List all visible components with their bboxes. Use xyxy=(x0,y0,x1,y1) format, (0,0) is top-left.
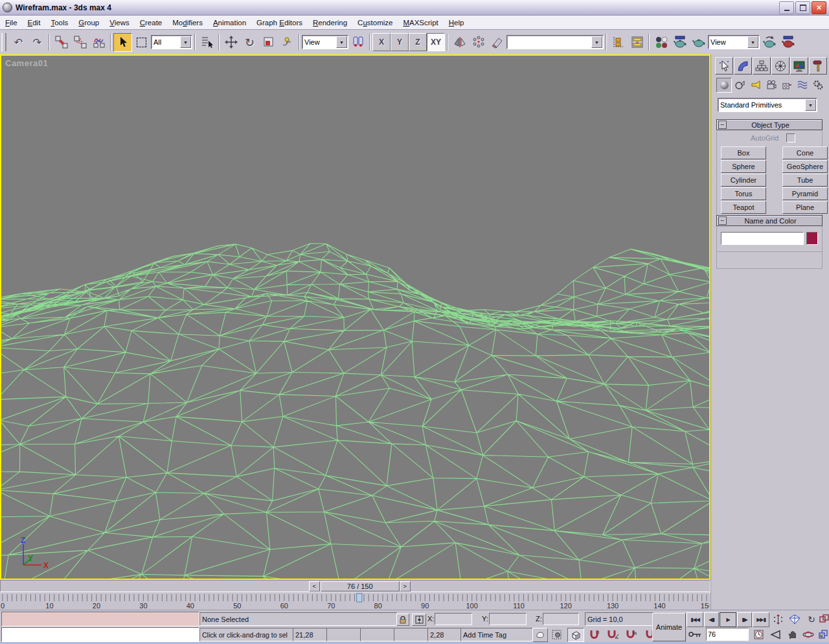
percent-snap-toggle[interactable]: % xyxy=(624,628,640,641)
object-button-box[interactable]: Box xyxy=(721,146,766,159)
menu-modifiers[interactable]: Modifiers xyxy=(167,16,208,29)
zoom-extents-all-button[interactable] xyxy=(819,612,829,626)
select-and-rotate-button[interactable]: ↻ xyxy=(240,33,259,52)
window-crossing-toggle[interactable] xyxy=(549,628,563,641)
category-systems[interactable] xyxy=(811,78,825,91)
go-to-start-button[interactable]: ▮◀◀ xyxy=(687,612,703,627)
category-helpers[interactable] xyxy=(780,78,794,91)
render-scene-button[interactable] xyxy=(670,33,689,52)
category-lights[interactable] xyxy=(749,78,763,91)
degradation-override-button[interactable] xyxy=(532,628,548,642)
track-view-button[interactable] xyxy=(609,33,628,52)
schematic-view-button[interactable] xyxy=(628,33,646,52)
min-max-toggle-button[interactable] xyxy=(817,628,829,641)
object-type-rollout-header[interactable]: − Object Type xyxy=(716,119,823,130)
restrict-x-button[interactable]: X xyxy=(372,33,391,51)
angle-snap-toggle[interactable] xyxy=(605,628,622,641)
x-coordinate-field[interactable] xyxy=(435,613,472,625)
menu-edit[interactable]: Edit xyxy=(23,16,46,29)
tab-motion[interactable] xyxy=(771,57,789,75)
object-button-torus[interactable]: Torus xyxy=(721,187,766,200)
object-category-dropdown[interactable]: Standard Primitives ▼ xyxy=(718,98,817,112)
object-button-tube[interactable]: Tube xyxy=(782,174,828,187)
object-button-cone[interactable]: Cone xyxy=(782,146,828,159)
mirror-button[interactable] xyxy=(450,33,469,52)
reference-coordinate-dropdown[interactable]: View ▼ xyxy=(302,35,348,49)
y-coordinate-input[interactable] xyxy=(490,614,526,625)
quick-render-button[interactable] xyxy=(760,33,778,52)
z-coordinate-input[interactable] xyxy=(543,614,578,625)
snap-toggle-button[interactable] xyxy=(567,628,584,642)
menu-help[interactable]: Help xyxy=(444,16,470,29)
zoom-extents-button[interactable] xyxy=(786,612,803,626)
toolbar-handle[interactable] xyxy=(1,33,6,51)
object-button-plane[interactable]: Plane xyxy=(782,201,828,214)
menu-customize[interactable]: Customize xyxy=(352,16,398,29)
object-name-input[interactable] xyxy=(721,233,803,244)
selection-lock-toggle[interactable] xyxy=(396,614,409,626)
time-slider-track[interactable]: < 76 / 150 > xyxy=(0,580,710,593)
select-and-scale-button[interactable] xyxy=(259,33,278,52)
bind-to-space-warp-button[interactable] xyxy=(89,33,108,52)
menu-create[interactable]: Create xyxy=(135,16,168,29)
y-coordinate-field[interactable] xyxy=(489,613,527,625)
current-frame-field[interactable] xyxy=(706,628,749,641)
snap-3d-toggle[interactable]: 3 xyxy=(587,628,602,641)
tab-modify[interactable] xyxy=(734,57,752,75)
roll-camera-button[interactable]: ↻ xyxy=(804,612,819,626)
dolly-camera-button[interactable] xyxy=(771,612,785,626)
selection-region-button[interactable] xyxy=(132,33,151,52)
add-time-tag[interactable]: Add Time Tag xyxy=(460,628,534,641)
object-color-swatch[interactable] xyxy=(806,232,818,245)
select-and-link-button[interactable] xyxy=(52,33,71,52)
previous-frame-button[interactable]: ◀▮ xyxy=(704,612,719,627)
category-space-warps[interactable] xyxy=(795,78,810,91)
menu-maxscript[interactable]: MAXScript xyxy=(398,16,443,29)
camera-viewport[interactable]: Camera01 Z X Y xyxy=(0,54,710,580)
align-button[interactable] xyxy=(488,33,506,52)
restrict-xy-plane-button[interactable]: XY xyxy=(427,33,445,51)
menu-graph-editors[interactable]: Graph Editors xyxy=(251,16,308,29)
render-last-button[interactable] xyxy=(778,33,797,52)
close-button[interactable]: × xyxy=(812,1,826,14)
render-viewport-dropdown[interactable]: View ▼ xyxy=(708,35,760,49)
minimize-button[interactable] xyxy=(779,1,794,14)
object-button-cylinder[interactable]: Cylinder xyxy=(721,174,766,187)
select-and-manipulate-button[interactable] xyxy=(278,33,297,52)
go-to-end-button[interactable]: ▶▶▮ xyxy=(753,612,769,627)
time-configuration-button[interactable] xyxy=(751,628,766,641)
menu-rendering[interactable]: Rendering xyxy=(308,16,352,29)
tab-hierarchy[interactable] xyxy=(753,57,771,75)
tab-utilities[interactable] xyxy=(809,57,827,75)
set-key-button[interactable] xyxy=(687,628,703,641)
restore-button[interactable] xyxy=(795,1,810,14)
render-type-button[interactable] xyxy=(689,33,708,52)
object-button-pyramid[interactable]: Pyramid xyxy=(782,187,828,200)
tab-create[interactable] xyxy=(715,57,733,75)
material-editor-button[interactable] xyxy=(652,33,670,52)
category-cameras[interactable] xyxy=(764,78,778,91)
object-button-sphere[interactable]: Sphere xyxy=(721,160,766,173)
unlink-button[interactable] xyxy=(71,33,89,52)
name-color-rollout-header[interactable]: − Name and Color xyxy=(716,215,823,226)
orbit-camera-button[interactable] xyxy=(801,628,816,641)
array-button[interactable] xyxy=(469,33,488,52)
restrict-z-button[interactable]: Z xyxy=(409,33,427,51)
object-button-teapot[interactable]: Teapot xyxy=(721,201,766,214)
frame-marker[interactable] xyxy=(357,593,362,602)
maxscript-listener-pink[interactable] xyxy=(1,612,199,627)
play-button[interactable]: ▶ xyxy=(720,612,736,627)
field-of-view-button[interactable] xyxy=(768,628,784,641)
menu-animation[interactable]: Animation xyxy=(208,16,251,29)
redo-button[interactable]: ↷ xyxy=(28,33,47,52)
object-button-geosphere[interactable]: GeoSphere xyxy=(782,160,828,173)
truck-camera-button[interactable] xyxy=(785,628,801,641)
time-slider-prev-arrow[interactable]: < xyxy=(309,581,320,592)
autogrid-checkbox[interactable] xyxy=(786,133,795,143)
restrict-y-button[interactable]: Y xyxy=(391,33,409,51)
menu-tools[interactable]: Tools xyxy=(45,16,73,29)
select-and-move-button[interactable] xyxy=(221,33,240,52)
tab-display[interactable] xyxy=(790,57,808,75)
animate-button[interactable]: Animate xyxy=(652,613,686,641)
time-slider-next-arrow[interactable]: > xyxy=(400,581,411,592)
